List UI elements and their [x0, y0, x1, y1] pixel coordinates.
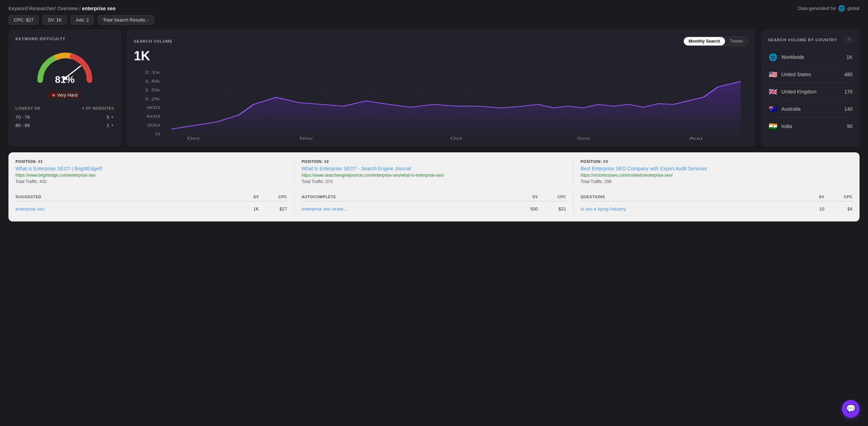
svg-text:0: 0: [155, 132, 160, 136]
kw-sv-questions-1: 10: [796, 206, 824, 212]
kd-title: KEYWORD DIFFICULTY: [16, 37, 114, 41]
dr-row-1: 70 - 79 5 ▼: [16, 113, 114, 121]
dr-val-1: 5 ▼: [107, 115, 114, 120]
country-title-text: SEARCH VOLUME BY COUNTRY: [768, 38, 837, 42]
chevron-icon-1[interactable]: ▼: [111, 115, 114, 119]
flag-worldwide: 🌐: [768, 53, 778, 61]
websites-label: # OF WEBSITES: [82, 106, 114, 110]
country-val-worldwide: 1K: [847, 54, 852, 60]
svg-text:Aug: Aug: [689, 136, 702, 140]
kw-sv-suggested-1: 1K: [231, 206, 259, 212]
country-val-in: 90: [847, 123, 852, 129]
pos-label-3: POSITION: #3: [581, 159, 852, 164]
country-card: SEARCH VOLUME BY COUNTRY ? 🌐 Worldwide 1…: [761, 30, 860, 147]
chat-icon: 💬: [846, 404, 856, 413]
kw-section-questions: QUESTIONS SV CPC is seo a dying industry…: [574, 193, 852, 214]
chat-button[interactable]: 💬: [842, 400, 860, 418]
pos-label-2: POSITION: #2: [302, 159, 566, 164]
position-col-2: POSITION: #2 What Is Enterprise SEO? - S…: [294, 159, 574, 184]
kw-cpc-questions-1: $4: [824, 206, 852, 212]
country-title: SEARCH VOLUME BY COUNTRY ?: [768, 37, 852, 43]
pos-link-2[interactable]: What Is Enterprise SEO? - Search Engine …: [302, 166, 566, 171]
flag-in: 🇮🇳: [768, 122, 778, 130]
svg-text:900: 900: [146, 105, 160, 110]
sv-header: SEARCH VOLUME Monthly Search Trends: [134, 37, 748, 46]
svg-text:Nov: Nov: [299, 136, 313, 140]
kw-row-suggested-1: enterprise seo 1K $27: [16, 203, 287, 214]
positions-grid: POSITION: #1 What is Enterprise SEO? | B…: [16, 159, 852, 184]
pos-traffic-3: Total Traffic: 299: [581, 179, 852, 184]
globe-icon: 🌐: [838, 5, 845, 12]
data-region: global: [847, 6, 860, 11]
metric-sv: SV: 1K: [42, 15, 67, 25]
pos-link-1[interactable]: What is Enterprise SEO? | BrightEdge®: [16, 166, 287, 171]
country-row-worldwide: 🌐 Worldwide 1K: [768, 49, 852, 66]
dr-table: LOWEST DR # OF WEBSITES 70 - 79 5 ▼ 80 -…: [16, 106, 114, 129]
difficulty-badge: Very Hard: [48, 91, 82, 99]
dr-header: LOWEST DR # OF WEBSITES: [16, 106, 114, 110]
kw-col-suggested: SUGGESTED: [16, 195, 231, 199]
chart-area: 2.1k 1.8k 1.5k 1.2k 900 600 300 0 Dec 20…: [134, 69, 748, 140]
tab-trends[interactable]: Trends: [725, 37, 748, 45]
sv-value: 1K: [134, 49, 748, 63]
country-name-uk: United Kingdom: [781, 89, 841, 95]
country-name-us: United States: [781, 72, 841, 77]
kw-row-autocomplete-1: enterprise seo strate... 500 $21: [302, 203, 566, 214]
position-col-1: POSITION: #1 What is Enterprise SEO? | B…: [16, 159, 294, 184]
dr-range-2: 80 - 89: [16, 123, 30, 128]
pos-traffic-2: Total Traffic: 374: [302, 179, 566, 184]
flag-au: 🇦🇺: [768, 105, 778, 113]
help-icon[interactable]: ?: [846, 37, 852, 43]
difficulty-dot: [52, 94, 55, 97]
kw-row-questions-1: is seo a dying industry 10 $4: [581, 203, 852, 214]
kw-col-sv-3: SV: [796, 195, 824, 199]
metric-cpc: CPC: $27: [8, 15, 39, 25]
kw-name-autocomplete-1[interactable]: enterprise seo strate...: [302, 206, 510, 212]
gauge-wrap: 81%: [33, 47, 97, 85]
keywords-grid: SUGGESTED SV CPC enterprise seo 1K $27 A…: [16, 193, 852, 214]
country-row-us: 🇺🇸 United States 480: [768, 66, 852, 83]
kw-name-suggested-1[interactable]: enterprise seo: [16, 206, 231, 212]
svg-text:2.1k: 2.1k: [144, 70, 160, 75]
svg-text:1.8k: 1.8k: [144, 79, 160, 84]
kw-cpc-autocomplete-1: $21: [538, 206, 566, 212]
pos-url-2: https://www.searchenginejournal.com/ente…: [302, 173, 566, 178]
header: Keyword Researcher/ Overview / enterpris…: [0, 0, 868, 15]
kw-col-cpc-2: CPC: [538, 195, 566, 199]
chart-svg: 2.1k 1.8k 1.5k 1.2k 900 600 300 0 Dec 20…: [134, 69, 748, 140]
pos-traffic-1: Total Traffic: 433: [16, 179, 287, 184]
kw-cpc-suggested-1: $27: [259, 206, 287, 212]
dr-count-1: 5: [107, 115, 109, 120]
kw-header-suggested: SUGGESTED SV CPC: [16, 193, 287, 201]
country-row-au: 🇦🇺 Australia 140: [768, 101, 852, 118]
breadcrumb: Keyword Researcher/ Overview / enterpris…: [8, 6, 116, 11]
svg-text:Dec: Dec: [187, 136, 200, 140]
pos-url-3: https://victoriousseo.com/markets/enterp…: [581, 173, 852, 178]
svg-text:Sep: Sep: [577, 136, 590, 140]
tab-monthly-search[interactable]: Monthly Search: [684, 37, 725, 45]
metric-total-search: Total Search Results: -: [98, 15, 154, 25]
kw-col-questions: QUESTIONS: [581, 195, 796, 199]
country-row-uk: 🇬🇧 United Kingdom 170: [768, 83, 852, 101]
country-val-us: 480: [844, 72, 852, 77]
gauge-percent: 81%: [55, 74, 75, 85]
pos-link-3[interactable]: Best Enterprise SEO Company with Expert …: [581, 166, 852, 171]
kw-header-autocomplete: AUTOCOMPLETE SV CPC: [302, 193, 566, 201]
kw-col-sv-2: SV: [510, 195, 538, 199]
svg-text:600: 600: [146, 114, 160, 119]
country-name-in: India: [781, 123, 843, 129]
svg-text:1.5k: 1.5k: [144, 88, 160, 92]
flag-us: 🇺🇸: [768, 70, 778, 79]
chevron-icon-2[interactable]: ▼: [111, 123, 114, 127]
metrics-bar: CPC: $27 SV: 1K Ads: 2 Total Search Resu…: [0, 15, 868, 30]
kw-section-autocomplete: AUTOCOMPLETE SV CPC enterprise seo strat…: [294, 193, 574, 214]
kw-col-sv-1: SV: [231, 195, 259, 199]
dr-count-2: 1: [107, 123, 109, 128]
position-col-3: POSITION: #3 Best Enterprise SEO Company…: [574, 159, 852, 184]
main-grid: KEYWORD DIFFICULTY 81%: [0, 30, 868, 152]
country-val-uk: 170: [844, 89, 852, 95]
kw-name-questions-1[interactable]: is seo a dying industry: [581, 206, 796, 212]
pos-url-1: https://www.brightedge.com/enterprise-se…: [16, 173, 287, 178]
difficulty-label: Very Hard: [57, 92, 78, 98]
country-val-au: 140: [844, 106, 852, 112]
